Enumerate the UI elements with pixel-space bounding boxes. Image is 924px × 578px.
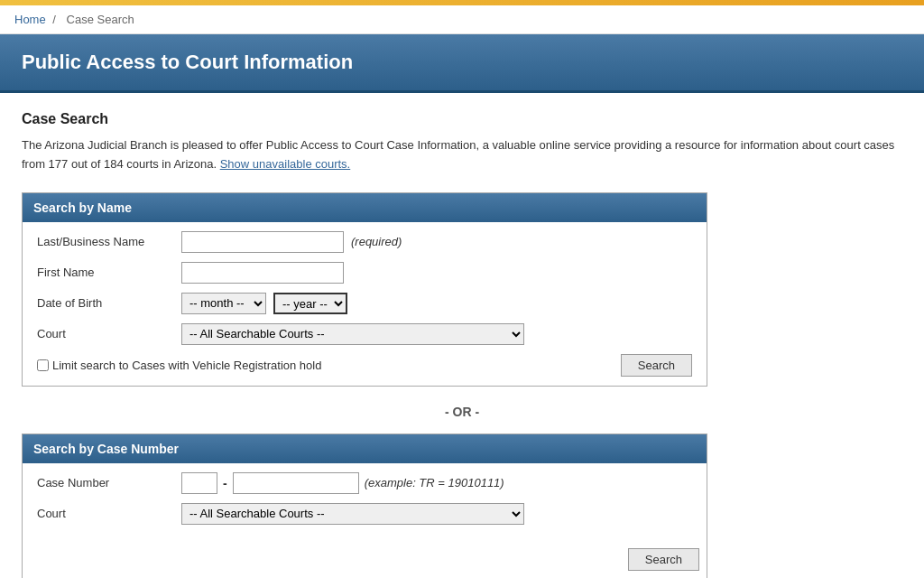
case-court-label: Court (37, 507, 181, 520)
case-number-dash: - (223, 476, 227, 490)
page-title: Public Access to Court Information (22, 51, 353, 73)
dob-row: Date of Birth -- month --JanuaryFebruary… (37, 293, 692, 314)
page-header: Public Access to Court Information (0, 34, 924, 93)
case-court-select-wrapper: -- All Searchable Courts --Maricopa Coun… (181, 503, 524, 525)
breadcrumb: Home / Case Search (0, 5, 924, 34)
court-select-wrapper: -- All Searchable Courts --Maricopa Coun… (181, 323, 524, 345)
section-title: Case Search (22, 111, 902, 127)
case-court-row: Court -- All Searchable Courts --Maricop… (37, 503, 692, 525)
intro-text: The Arizona Judicial Branch is pleased t… (22, 136, 902, 174)
search-by-name-body: Last/Business Name (required) First Name… (23, 222, 707, 386)
case-number-value-input[interactable] (233, 472, 359, 494)
last-name-label: Last/Business Name (37, 235, 181, 248)
checkbox-row: Limit search to Cases with Vehicle Regis… (37, 354, 692, 377)
search-by-name-button[interactable]: Search (621, 354, 692, 377)
case-number-label: Case Number (37, 476, 181, 489)
search-by-case-body: Case Number - (example: TR = 19010111) C… (23, 463, 707, 543)
search-by-case-title: Search by Case Number (33, 442, 179, 456)
breadcrumb-separator: / (52, 13, 56, 26)
last-name-input[interactable] (181, 231, 344, 253)
court-label: Court (37, 327, 181, 340)
or-divider: - OR - (22, 405, 902, 419)
first-name-label: First Name (37, 266, 181, 279)
court-select[interactable]: -- All Searchable Courts --Maricopa Coun… (181, 323, 524, 345)
first-name-row: First Name (37, 262, 692, 284)
case-number-row: Case Number - (example: TR = 19010111) (37, 472, 692, 494)
unavailable-courts-link[interactable]: Show unavailable courts. (220, 157, 351, 171)
case-search-btn-row: Search (23, 543, 707, 578)
breadcrumb-home-link[interactable]: Home (14, 13, 46, 26)
month-select[interactable]: -- month --JanuaryFebruaryMarchAprilMayJ… (181, 293, 266, 314)
required-text: (required) (351, 235, 402, 248)
case-number-prefix-input[interactable] (181, 472, 217, 494)
last-name-row: Last/Business Name (required) (37, 231, 692, 253)
case-number-inputs: - (example: TR = 19010111) (181, 472, 504, 494)
intro-text-body: The Arizona Judicial Branch is pleased t… (22, 138, 894, 171)
court-row: Court -- All Searchable Courts --Maricop… (37, 323, 692, 345)
vehicle-reg-checkbox[interactable] (37, 359, 49, 371)
year-select[interactable]: -- year --202420232022202120202019201820… (273, 293, 347, 314)
vehicle-reg-text: Limit search to Cases with Vehicle Regis… (52, 359, 321, 372)
case-number-example: (example: TR = 19010111) (365, 476, 504, 489)
search-by-name-panel: Search by Name Last/Business Name (requi… (22, 192, 707, 387)
case-court-select[interactable]: -- All Searchable Courts --Maricopa Coun… (181, 503, 524, 525)
dob-inputs: -- month --JanuaryFebruaryMarchAprilMayJ… (181, 293, 355, 314)
search-by-name-title: Search by Name (33, 200, 132, 215)
main-content: Case Search The Arizona Judicial Branch … (0, 111, 924, 578)
breadcrumb-current: Case Search (67, 13, 134, 26)
search-by-case-button[interactable]: Search (628, 548, 699, 571)
dob-label: Date of Birth (37, 296, 181, 310)
vehicle-reg-label[interactable]: Limit search to Cases with Vehicle Regis… (37, 359, 321, 372)
search-by-name-header: Search by Name (23, 193, 707, 222)
search-by-case-panel: Search by Case Number Case Number - (exa… (22, 434, 707, 578)
first-name-input[interactable] (181, 262, 344, 284)
search-by-case-header: Search by Case Number (23, 434, 707, 463)
